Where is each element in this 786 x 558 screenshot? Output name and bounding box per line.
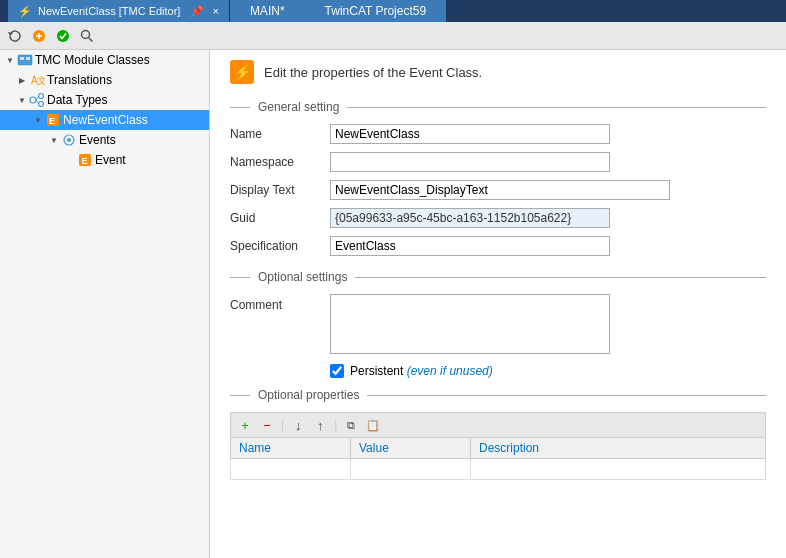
svg-text:E: E (82, 156, 88, 166)
svg-point-3 (57, 30, 69, 42)
events-expander (48, 134, 60, 146)
optional-section-label: Optional settings (258, 270, 347, 284)
empty-row (231, 459, 766, 480)
refresh-button[interactable] (4, 25, 26, 47)
svg-line-15 (36, 100, 39, 103)
neweventclass-label: NewEventClass (63, 113, 148, 127)
title-bar: ⚡ NewEventClass [TMC Editor] 📌 × MAIN* T… (0, 0, 786, 22)
specification-input[interactable] (330, 236, 610, 256)
root-expander (4, 54, 16, 66)
datatypes-label: Data Types (47, 93, 107, 107)
general-line-left (230, 107, 250, 108)
tab-icon: ⚡ (18, 5, 32, 18)
svg-rect-8 (26, 57, 30, 60)
optional-line-left (230, 277, 250, 278)
tab-close-icon[interactable]: × (212, 5, 218, 17)
namespace-input[interactable] (330, 152, 610, 172)
svg-point-11 (30, 97, 36, 103)
properties-toolbar: + − | ↓ ↑ | ⧉ 📋 (230, 412, 766, 437)
copy-button[interactable]: ⧉ (341, 415, 361, 435)
display-text-row: Display Text (230, 180, 766, 200)
svg-line-5 (89, 38, 92, 41)
sidebar-item-event[interactable]: E Event (0, 150, 209, 170)
content-area: ⚡ Edit the properties of the Event Class… (210, 50, 786, 558)
comment-label: Comment (230, 294, 330, 312)
col-description-header: Description (471, 438, 766, 459)
module-icon (17, 52, 33, 68)
general-section-label: General setting (258, 100, 339, 114)
optional-line-right (355, 277, 766, 278)
col-value-header: Value (351, 438, 471, 459)
datatypes-expander (16, 94, 28, 106)
events-icon (61, 132, 77, 148)
add-property-button[interactable]: + (235, 415, 255, 435)
root-label: TMC Module Classes (35, 53, 150, 67)
properties-section-label: Optional properties (258, 388, 359, 402)
main-title-area: MAIN* TwinCAT Project59 (230, 0, 446, 22)
datatypes-icon (29, 92, 45, 108)
sidebar-tree: TMC Module Classes A 文 Translations (0, 50, 210, 558)
move-up-button[interactable]: ↑ (310, 415, 330, 435)
properties-line-right (367, 395, 766, 396)
general-line-right (347, 107, 766, 108)
sidebar-item-translations[interactable]: A 文 Translations (0, 70, 209, 90)
col-name-header: Name (231, 438, 351, 459)
display-text-label: Display Text (230, 183, 330, 197)
add-button[interactable] (28, 25, 50, 47)
namespace-row: Namespace (230, 152, 766, 172)
name-row: Name (230, 124, 766, 144)
svg-line-14 (36, 97, 39, 100)
project-title: TwinCAT Project59 (325, 4, 427, 18)
guid-row: Guid (230, 208, 766, 228)
content-header-text: Edit the properties of the Event Class. (264, 65, 482, 80)
svg-rect-7 (20, 57, 24, 60)
neweventclass-icon: E (45, 112, 61, 128)
tree-root[interactable]: TMC Module Classes (0, 50, 209, 70)
tab-bar: ⚡ NewEventClass [TMC Editor] 📌 × MAIN* T… (8, 0, 446, 22)
properties-section-divider: Optional properties (230, 388, 766, 402)
name-label: Name (230, 127, 330, 141)
tab-label: NewEventClass [TMC Editor] (38, 5, 180, 17)
persistent-checkbox[interactable] (330, 364, 344, 378)
properties-line-left (230, 395, 250, 396)
sidebar-item-datatypes[interactable]: Data Types (0, 90, 209, 110)
toolbar (0, 22, 786, 50)
neweventclass-expander (32, 114, 44, 126)
events-label: Events (79, 133, 116, 147)
move-down-button[interactable]: ↓ (288, 415, 308, 435)
svg-point-12 (39, 94, 44, 99)
tab-neweventclass[interactable]: ⚡ NewEventClass [TMC Editor] 📌 × (8, 0, 230, 22)
search-button[interactable] (76, 25, 98, 47)
specification-label: Specification (230, 239, 330, 253)
guid-label: Guid (230, 211, 330, 225)
specification-row: Specification (230, 236, 766, 256)
header-icon: ⚡ (230, 60, 254, 84)
persistent-label: Persistent (even if unused) (350, 364, 493, 378)
paste-button[interactable]: 📋 (363, 415, 383, 435)
optional-section-divider: Optional settings (230, 270, 766, 284)
svg-point-13 (39, 102, 44, 107)
display-text-input[interactable] (330, 180, 670, 200)
properties-table: Name Value Description (230, 437, 766, 480)
svg-point-4 (82, 30, 90, 38)
tab-pin-icon[interactable]: 📌 (190, 5, 204, 18)
name-input[interactable] (330, 124, 610, 144)
translations-label: Translations (47, 73, 112, 87)
toolbar-sep2: | (334, 418, 337, 432)
sidebar-item-neweventclass[interactable]: E NewEventClass (0, 110, 209, 130)
check-button[interactable] (52, 25, 74, 47)
persistent-row: Persistent (even if unused) (330, 364, 766, 378)
comment-textarea[interactable] (330, 294, 610, 354)
comment-row: Comment (230, 294, 766, 354)
guid-input[interactable] (330, 208, 610, 228)
remove-property-button[interactable]: − (257, 415, 277, 435)
translations-icon: A 文 (29, 72, 45, 88)
general-section-divider: General setting (230, 100, 766, 114)
event-icon: E (77, 152, 93, 168)
sidebar-item-events[interactable]: Events (0, 130, 209, 150)
active-doc-label: MAIN* (250, 4, 285, 18)
content-header: ⚡ Edit the properties of the Event Class… (230, 60, 766, 84)
main-layout: TMC Module Classes A 文 Translations (0, 50, 786, 558)
translations-expander (16, 74, 28, 86)
toolbar-sep1: | (281, 418, 284, 432)
